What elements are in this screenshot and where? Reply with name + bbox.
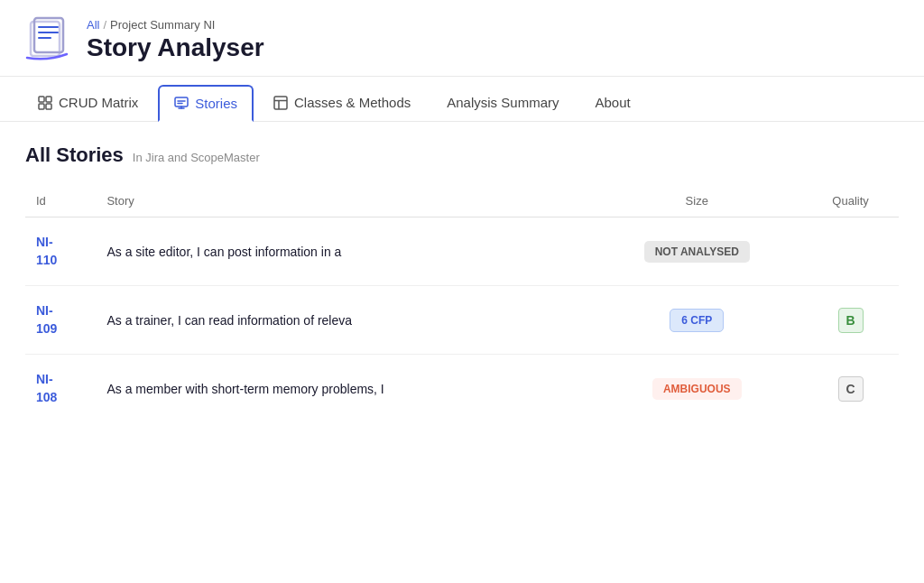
svg-rect-9 bbox=[175, 97, 188, 106]
tab-analysis-summary[interactable]: Analysis Summary bbox=[430, 84, 575, 121]
section-subtitle: In Jira and ScopeMaster bbox=[133, 151, 260, 164]
col-header-id: Id bbox=[25, 185, 96, 217]
table-row: NI-110 As a site editor, I can post info… bbox=[25, 217, 899, 286]
header-text-block: All / Project Summary NI Story Analyser bbox=[87, 18, 264, 62]
tab-about-label: About bbox=[595, 95, 630, 110]
story-size: 6 CFP bbox=[591, 286, 802, 355]
svg-rect-7 bbox=[39, 104, 44, 109]
size-badge-ambiguous: AMBIGUOUS bbox=[652, 378, 742, 400]
table-row: NI-109 As a trainer, I can read informat… bbox=[25, 286, 899, 355]
story-text: As a site editor, I can post information… bbox=[96, 217, 591, 286]
size-badge-cfp: 6 CFP bbox=[670, 309, 724, 332]
monitor-icon bbox=[174, 96, 189, 110]
quality-grade-b: B bbox=[838, 308, 864, 333]
svg-rect-14 bbox=[274, 97, 287, 109]
section-heading: All Stories In Jira and ScopeMaster bbox=[25, 143, 899, 167]
svg-rect-8 bbox=[46, 104, 51, 109]
breadcrumb: All / Project Summary NI bbox=[87, 18, 264, 32]
breadcrumb-all-link[interactable]: All bbox=[87, 18, 99, 32]
story-size: AMBIGUOUS bbox=[591, 355, 802, 423]
tab-stories[interactable]: Stories bbox=[158, 85, 254, 122]
main-content: All Stories In Jira and ScopeMaster Id S… bbox=[0, 122, 924, 445]
story-id[interactable]: NI-109 bbox=[25, 286, 96, 355]
tab-classes-methods[interactable]: Classes & Methods bbox=[257, 84, 427, 121]
breadcrumb-separator: / bbox=[103, 18, 106, 32]
breadcrumb-project: Project Summary NI bbox=[110, 18, 215, 32]
tab-crud-matrix-label: CRUD Matrix bbox=[59, 95, 138, 110]
story-text: As a member with short-term memory probl… bbox=[96, 355, 591, 423]
page-title: Story Analyser bbox=[87, 33, 264, 62]
story-id[interactable]: NI-110 bbox=[25, 217, 96, 286]
story-size: NOT ANALYSED bbox=[591, 217, 802, 286]
section-title-text: All Stories bbox=[25, 143, 124, 167]
size-badge-not-analysed: NOT ANALYSED bbox=[644, 241, 750, 263]
story-quality bbox=[802, 217, 899, 286]
col-header-story: Story bbox=[96, 185, 591, 217]
svg-rect-5 bbox=[39, 97, 44, 102]
nav-tabs: CRUD Matrix Stories Classes & Methods An… bbox=[0, 84, 924, 122]
tab-classes-methods-label: Classes & Methods bbox=[294, 95, 411, 110]
story-quality: C bbox=[802, 355, 899, 423]
app-header: All / Project Summary NI Story Analyser bbox=[0, 0, 924, 77]
svg-rect-6 bbox=[46, 97, 51, 102]
stories-table: Id Story Size Quality NI-110 As a site e… bbox=[25, 185, 899, 423]
layout-icon bbox=[273, 96, 288, 110]
grid-icon bbox=[38, 96, 52, 110]
story-text: As a trainer, I can read information of … bbox=[96, 286, 591, 355]
tab-stories-label: Stories bbox=[195, 96, 237, 111]
col-header-size: Size bbox=[591, 185, 802, 217]
app-logo bbox=[22, 14, 72, 65]
quality-grade-c: C bbox=[838, 376, 864, 402]
tab-crud-matrix[interactable]: CRUD Matrix bbox=[22, 84, 154, 121]
col-header-quality: Quality bbox=[802, 185, 899, 217]
table-row: NI-108 As a member with short-term memor… bbox=[25, 355, 899, 423]
table-header-row: Id Story Size Quality bbox=[25, 185, 899, 217]
story-id[interactable]: NI-108 bbox=[25, 355, 96, 423]
story-quality: B bbox=[802, 286, 899, 355]
tab-analysis-summary-label: Analysis Summary bbox=[447, 95, 559, 110]
tab-about[interactable]: About bbox=[578, 84, 646, 121]
